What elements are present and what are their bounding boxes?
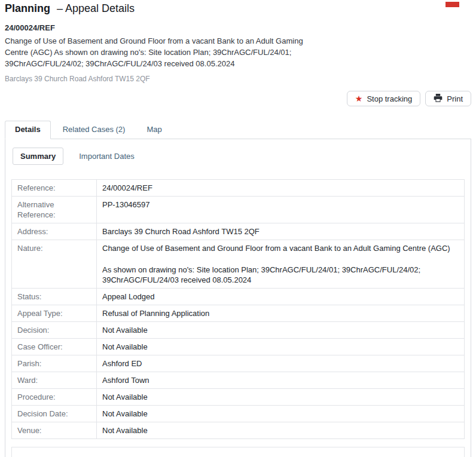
row-label: Decision: [12, 322, 97, 339]
details-card: Details Related Cases (2) Map Summary Im… [5, 121, 471, 457]
tab-details[interactable]: Details [5, 121, 51, 139]
table-row-address: Address: Barclays 39 Church Road Ashford… [12, 223, 465, 240]
row-value: Change of Use of Basement and Ground Flo… [97, 240, 465, 289]
details-panel: Summary Important Dates Reference: 24/00… [5, 139, 471, 457]
print-label: Print [447, 94, 463, 103]
table-row-alternative-reference: Alternative Reference: PP-13046597 [12, 197, 465, 223]
red-marker [446, 2, 459, 7]
row-value: Ashford Town [97, 372, 465, 389]
tab-related-cases[interactable]: Related Cases (2) [53, 121, 135, 139]
table-row-nature: Nature: Change of Use of Basement and Gr… [12, 240, 465, 289]
row-value: Not Available [97, 422, 465, 439]
row-value: Not Available [97, 389, 465, 406]
table-row-procedure: Procedure: Not Available [12, 389, 465, 406]
page-title-section: – Appeal Details [57, 2, 135, 14]
row-label: Alternative Reference: [12, 197, 97, 223]
page-title-module: Planning [5, 2, 50, 14]
row-label: Procedure: [12, 389, 97, 406]
nature-paragraph-2: As shown on drawing no's: Site location … [102, 265, 459, 285]
row-label: Venue: [12, 422, 97, 439]
printer-icon [434, 94, 443, 104]
nature-paragraph-1: Change of Use of Basement and Ground Flo… [102, 243, 459, 253]
row-value: Refusal of Planning Application [97, 305, 465, 322]
case-address: Barclays 39 Church Road Ashford TW15 2QF [5, 75, 471, 83]
associated-case-note: There is 1 case associated with this app… [11, 447, 465, 457]
row-label: Case Officer: [12, 339, 97, 355]
row-label: Parish: [12, 355, 97, 372]
table-row-case-officer: Case Officer: Not Available [12, 339, 465, 355]
row-value: Barclays 39 Church Road Ashford TW15 2QF [97, 223, 465, 240]
case-reference-heading: 24/00024/REF [5, 23, 471, 32]
table-row-decision: Decision: Not Available [12, 322, 465, 339]
row-value: Not Available [97, 406, 465, 422]
star-icon: ★ [355, 94, 363, 103]
table-row-appeal-type: Appeal Type: Refusal of Planning Applica… [12, 305, 465, 322]
page-header: Planning – Appeal Details 24/00024/REF C… [0, 0, 476, 83]
row-label: Decision Date: [12, 406, 97, 422]
table-row-venue: Venue: Not Available [12, 422, 465, 439]
table-row-status: Status: Appeal Lodged [12, 289, 465, 305]
page-title: Planning – Appeal Details [5, 1, 471, 16]
case-description: Change of Use of Basement and Ground Flo… [5, 35, 323, 69]
table-row-decision-date: Decision Date: Not Available [12, 406, 465, 422]
row-value: Appeal Lodged [97, 289, 465, 305]
details-table: Reference: 24/00024/REF Alternative Refe… [11, 179, 465, 439]
tab-bar: Details Related Cases (2) Map [5, 121, 471, 139]
stop-tracking-label: Stop tracking [367, 94, 412, 103]
row-label: Ward: [12, 372, 97, 389]
row-value: Ashford ED [97, 355, 465, 372]
row-value: Not Available [97, 339, 465, 355]
subtab-bar: Summary Important Dates [13, 148, 465, 165]
subtab-important-dates[interactable]: Important Dates [72, 148, 142, 164]
action-toolbar: ★ Stop tracking Print [0, 91, 471, 106]
subtab-summary[interactable]: Summary [13, 148, 63, 165]
print-button[interactable]: Print [425, 91, 471, 106]
row-value: 24/00024/REF [97, 180, 465, 197]
table-row-ward: Ward: Ashford Town [12, 372, 465, 389]
tab-map[interactable]: Map [137, 121, 171, 139]
row-label: Reference: [12, 180, 97, 197]
stop-tracking-button[interactable]: ★ Stop tracking [347, 91, 420, 106]
row-value: Not Available [97, 322, 465, 339]
row-label: Nature: [12, 240, 97, 289]
row-label: Address: [12, 223, 97, 240]
row-label: Status: [12, 289, 97, 305]
row-value: PP-13046597 [97, 197, 465, 223]
table-row-reference: Reference: 24/00024/REF [12, 180, 465, 197]
table-row-parish: Parish: Ashford ED [12, 355, 465, 372]
row-label: Appeal Type: [12, 305, 97, 322]
